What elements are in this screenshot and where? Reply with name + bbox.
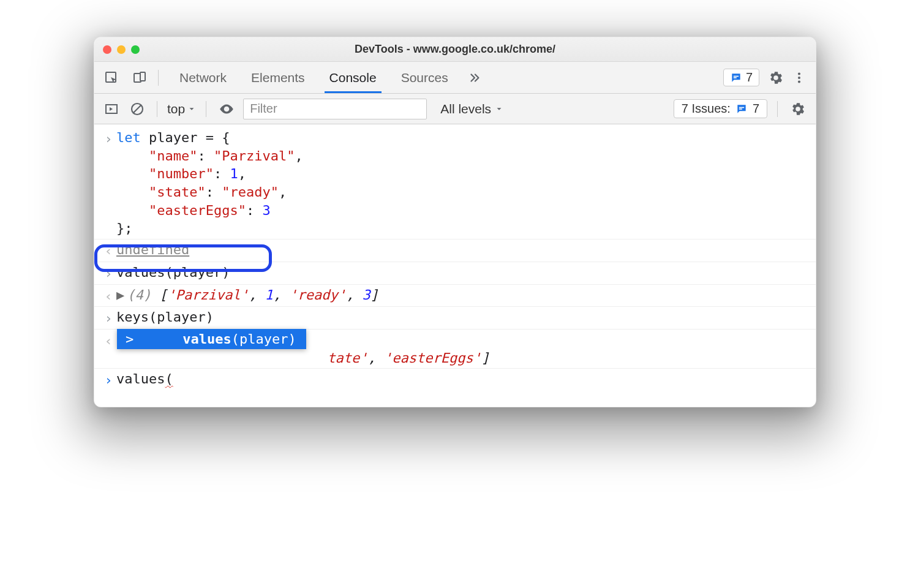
output-marker-icon: ‹	[100, 241, 116, 260]
eye-icon	[219, 101, 235, 117]
issues-button[interactable]: 7 Issues: 7	[674, 99, 767, 118]
console-output-row: ‹ undefined	[94, 239, 816, 262]
svg-rect-4	[734, 77, 737, 78]
expand-triangle-icon[interactable]: ▶	[116, 287, 124, 303]
filter-placeholder: Filter	[250, 102, 277, 116]
console-output-row[interactable]: ‹ ▶(4) ['Parzival', 1, 'ready', 3]	[94, 284, 816, 307]
svg-rect-2	[140, 72, 145, 81]
console-input-row[interactable]: › let player = { "name": "Parzival", "nu…	[94, 127, 816, 239]
minimize-window-button[interactable]	[117, 45, 126, 54]
console-settings-button[interactable]	[788, 99, 808, 119]
zoom-window-button[interactable]	[131, 45, 140, 54]
levels-label: All levels	[440, 102, 491, 116]
svg-rect-11	[739, 107, 744, 108]
dropdown-triangle-icon	[187, 105, 196, 113]
code-text: values(player)	[116, 265, 230, 280]
tab-more[interactable]	[461, 62, 489, 93]
messages-badge[interactable]: 7	[723, 69, 759, 86]
gear-icon	[790, 101, 806, 117]
devtools-window: DevTools - www.google.co.uk/chrome/ Netw…	[94, 37, 816, 407]
context-label: top	[167, 102, 185, 116]
chevron-double-right-icon	[468, 71, 481, 85]
divider	[157, 101, 157, 117]
traffic-lights	[103, 45, 140, 54]
sidebar-icon	[104, 102, 119, 116]
tab-sources[interactable]: Sources	[389, 62, 461, 93]
svg-point-7	[798, 80, 800, 83]
svg-rect-12	[739, 108, 742, 110]
divider	[158, 70, 159, 86]
output-marker-icon: ‹	[100, 331, 116, 367]
window-title: DevTools - www.google.co.uk/chrome/	[94, 43, 816, 56]
inspect-icon[interactable]	[102, 68, 121, 88]
console-sidebar-toggle[interactable]	[102, 99, 121, 119]
autocomplete-popup[interactable]: > values(player)	[117, 329, 306, 349]
svg-rect-3	[734, 75, 739, 77]
code-text: keys(player)	[116, 309, 214, 325]
input-marker-icon: ›	[100, 129, 116, 238]
clear-console-button[interactable]	[127, 99, 147, 119]
input-marker-icon: ›	[100, 308, 116, 328]
tab-network[interactable]: Network	[167, 62, 239, 93]
svg-point-6	[798, 76, 800, 78]
console-body: › let player = { "name": "Parzival", "nu…	[94, 124, 816, 407]
output-marker-icon: ‹	[100, 286, 116, 306]
console-live-input[interactable]: › values(	[94, 368, 816, 391]
dropdown-triangle-icon	[495, 105, 503, 113]
settings-button[interactable]	[765, 67, 786, 88]
titlebar: DevTools - www.google.co.uk/chrome/	[94, 37, 816, 62]
live-expression-button[interactable]	[216, 99, 237, 119]
message-icon	[730, 72, 742, 84]
console-toolbar: top Filter All levels 7 Issues: 7	[94, 94, 816, 124]
svg-point-5	[798, 72, 800, 75]
issues-label: 7 Issues:	[682, 102, 731, 116]
tab-elements[interactable]: Elements	[239, 62, 317, 93]
tab-console[interactable]: Console	[317, 62, 389, 93]
context-selector[interactable]: top	[167, 102, 196, 116]
input-marker-icon: ›	[100, 263, 116, 283]
messages-count: 7	[746, 70, 753, 85]
console-input-row[interactable]: › values(player)	[94, 262, 816, 284]
gear-icon	[768, 70, 784, 86]
divider	[777, 101, 778, 117]
message-icon	[735, 103, 748, 115]
svg-line-10	[133, 105, 141, 113]
close-window-button[interactable]	[103, 45, 111, 54]
code-block: let player = { "name": "Parzival", "numb…	[116, 129, 810, 238]
device-toggle-icon[interactable]	[130, 68, 149, 88]
log-levels-selector[interactable]: All levels	[440, 102, 503, 116]
tab-bar: Network Elements Console Sources 7	[94, 62, 816, 94]
prompt-marker-icon: ›	[100, 370, 116, 390]
kebab-icon	[792, 71, 806, 85]
divider	[206, 101, 206, 117]
console-input-row[interactable]: › keys(player)	[94, 306, 816, 329]
ac-arrow-icon: >	[126, 331, 133, 347]
filter-input[interactable]: Filter	[243, 99, 427, 119]
issues-count: 7	[753, 102, 759, 116]
undefined-value: undefined	[116, 242, 189, 257]
clear-icon	[130, 102, 145, 116]
more-menu-button[interactable]	[790, 69, 808, 87]
ac-suggestion: values(player)	[182, 331, 296, 347]
